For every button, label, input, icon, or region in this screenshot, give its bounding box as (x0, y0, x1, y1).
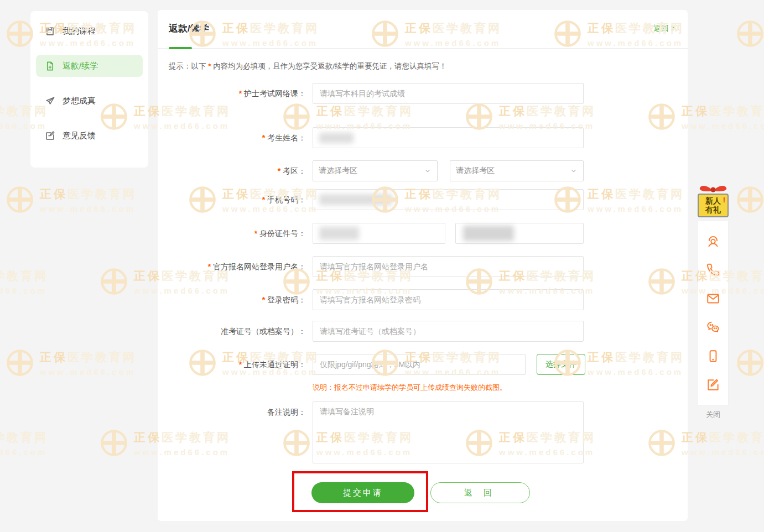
gift-box: 新人 有礼 ! (698, 194, 729, 217)
med66-logo-icon (736, 19, 764, 48)
chevron-down-icon (570, 167, 578, 175)
redacted-name-value (319, 133, 354, 143)
chevron-down-icon (424, 167, 432, 175)
page-title: 返款/续学 (169, 22, 209, 35)
med66-logo-icon (6, 185, 34, 214)
sidebar-item-refund[interactable]: 返款/续学 (36, 55, 143, 77)
new-user-gift-button[interactable]: 新人 有礼 ! (698, 184, 729, 217)
form-actions: 提交申请 返 回 (158, 482, 688, 503)
phone-icon[interactable] (698, 255, 729, 284)
form-row-username: * 官方报名网站登录用户名： (158, 256, 688, 277)
form-row-remark: 备注说明： (158, 401, 688, 463)
watermark: 正保医学教育网www.med66.com (0, 267, 48, 296)
sidebar-item-label: 梦想成真 (63, 96, 96, 106)
form-row-idcard: * 身份证件号： (158, 223, 688, 244)
back-link[interactable]: 返回 > (653, 24, 675, 34)
gift-exclamation: ! (723, 196, 725, 205)
region-select-province[interactable]: 请选择考区 (313, 160, 438, 181)
form-row-ticket: 准考证号（或档案号）： (158, 321, 688, 342)
bookmark-icon (45, 25, 56, 36)
sidebar-item-label: 我的课程 (63, 26, 96, 36)
required-asterisk: * (278, 166, 280, 175)
choose-file-button[interactable]: 选择文件 (537, 354, 585, 375)
exam-ticket-input[interactable] (313, 321, 584, 342)
official-site-password-input[interactable] (313, 289, 584, 310)
edit-icon[interactable] (698, 371, 729, 399)
feedback-icon (45, 130, 56, 141)
close-toolbar-button[interactable]: 关闭 (698, 410, 729, 420)
divider (158, 48, 688, 49)
contact-panel (698, 221, 729, 405)
required-asterisk: * (239, 360, 242, 369)
field-label: * 考生姓名： (158, 127, 313, 148)
title-underline (169, 47, 192, 49)
required-asterisk: * (262, 133, 265, 142)
required-asterisk: * (262, 295, 265, 304)
med66-logo-icon (736, 185, 764, 214)
upload-note: 说明：报名不过申请续学的学员可上传成绩查询失败的截图。 (313, 383, 688, 394)
form-hint: 提示：以下 * 内容均为必填项，且作为您享受返款/续学的重要凭证，请您认真填写！ (169, 61, 447, 71)
floating-toolbar: 新人 有礼 ! 关闭 (698, 184, 730, 420)
sidebar-item-feedback[interactable]: 意见反馈 (36, 124, 143, 147)
form-row-upload: * 上传未通过证明： 选择文件 (158, 354, 688, 375)
sidebar-item-dreams[interactable]: 梦想成真 (36, 90, 143, 112)
wechat-icon[interactable] (698, 313, 729, 342)
field-label: * 考区： (158, 160, 313, 181)
mail-icon[interactable] (698, 284, 729, 313)
mobile-icon[interactable] (698, 342, 729, 371)
redacted-id-value (319, 227, 359, 240)
med66-logo-icon (100, 267, 128, 296)
select-placeholder: 请选择考区 (319, 166, 357, 176)
gift-text-line2: 有礼 (699, 205, 727, 214)
watermark: 正保医学教育网www.med66.com (0, 429, 48, 457)
form-row-course: * 护士考试网络课： (158, 83, 688, 104)
official-site-username-input[interactable] (313, 256, 584, 277)
field-label: * 手机号码： (158, 189, 313, 210)
required-asterisk: * (239, 89, 242, 98)
watermark: 正保医学教育网www.med66.com (736, 185, 764, 214)
return-button[interactable]: 返 回 (430, 482, 530, 503)
field-label: * 官方报名网站登录用户名： (158, 256, 313, 277)
form-row-region: * 考区： 请选择考区 请选择考区 (158, 160, 688, 181)
select-placeholder: 请选择考区 (456, 166, 495, 176)
field-label: 准考证号（或档案号）： (158, 321, 313, 342)
file-plus-icon (45, 60, 56, 71)
med66-logo-icon (100, 429, 128, 457)
form-row-name: * 考生姓名： (158, 127, 688, 148)
field-label: 备注说明： (158, 401, 313, 423)
watermark: 正保医学教育网www.med66.com (6, 348, 137, 377)
field-label: * 上传未通过证明： (158, 354, 313, 375)
required-asterisk: * (262, 195, 265, 204)
paper-plane-icon (45, 95, 56, 106)
refund-form: * 护士考试网络课： * 考生姓名： * 考区： 请选择考区 请选择考区 (158, 83, 688, 503)
course-score-input[interactable] (313, 83, 584, 104)
watermark: 正保医学教育网www.med66.com (736, 19, 764, 48)
watermark: 正保医学教育网www.med66.com (6, 185, 137, 214)
form-row-phone: * 手机号码： (158, 189, 688, 210)
remark-textarea[interactable] (313, 401, 584, 463)
redacted-phone-value (319, 194, 392, 205)
med66-logo-icon (736, 348, 764, 377)
submit-button[interactable]: 提交申请 (311, 482, 414, 503)
ribbon-bow-icon (698, 184, 729, 194)
watermark: 正保医学教育网www.med66.com (736, 348, 764, 377)
sidebar-item-my-courses[interactable]: 我的课程 (36, 20, 143, 42)
field-label: * 护士考试网络课： (158, 83, 313, 104)
region-select-city[interactable]: 请选择考区 (450, 160, 584, 181)
required-asterisk: * (254, 229, 257, 238)
customer-service-icon[interactable] (698, 227, 729, 255)
med66-logo-icon (6, 348, 34, 377)
sidebar: 我的课程 返款/续学 梦想成真 意见反馈 (30, 11, 148, 168)
redacted-id-value (463, 226, 514, 241)
upload-proof-input[interactable] (313, 354, 526, 375)
field-label: * 身份证件号： (158, 223, 313, 244)
sidebar-item-label: 返款/续学 (63, 61, 98, 71)
sidebar-item-label: 意见反馈 (63, 131, 96, 141)
refund-form-card: 返款/续学 返回 > 提示：以下 * 内容均为必填项，且作为您享受返款/续学的重… (158, 10, 688, 521)
field-label: * 登录密码： (158, 289, 313, 310)
required-asterisk: * (208, 262, 211, 271)
form-row-password: * 登录密码： (158, 289, 688, 310)
